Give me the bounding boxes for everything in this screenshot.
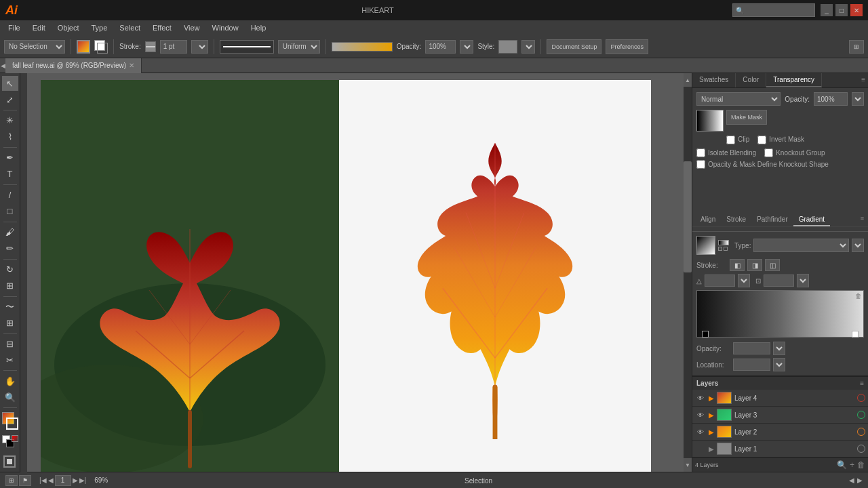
rect-tool-button[interactable]: □ [2, 204, 18, 219]
line-tool-button[interactable]: / [2, 188, 18, 203]
type-tool-button[interactable]: T [2, 167, 18, 182]
minimize-button[interactable]: _ [821, 4, 833, 16]
next-page-btn[interactable]: ▶ [73, 476, 78, 484]
opacity-mask-checkbox[interactable] [696, 160, 705, 169]
stroke-type-select[interactable]: Uniform [278, 40, 320, 54]
menu-type[interactable]: Type [86, 22, 113, 33]
opacity-input[interactable] [425, 40, 456, 54]
panel-options-btn[interactable]: ≡ [859, 73, 868, 87]
lasso-tool-button[interactable]: ⌇ [2, 129, 18, 144]
menu-effect[interactable]: Effect [147, 22, 177, 33]
search-input[interactable] [744, 7, 812, 14]
scroll-thumb[interactable] [684, 161, 692, 272]
tab-scroll-left[interactable]: ◀ [0, 58, 5, 73]
layer-search-btn[interactable]: 🔍 [837, 460, 847, 470]
knockout-group-checkbox[interactable] [764, 148, 773, 157]
left-panel-toggle[interactable]: ◀ [20, 73, 27, 488]
scale-dropdown[interactable]: ▼ [797, 274, 809, 287]
magic-wand-tool-button[interactable]: ✳ [2, 113, 18, 128]
make-mask-button[interactable]: Make Mask [726, 110, 767, 125]
section-options-btn[interactable]: ≡ [859, 214, 865, 226]
layer-4-eye[interactable]: 👁 [695, 392, 706, 403]
stroke-btn-3[interactable]: ◫ [765, 259, 780, 271]
preferences-button[interactable]: Preferences [606, 39, 648, 54]
slice-tool-button[interactable]: ✂ [2, 352, 18, 367]
frame-icon[interactable] [3, 455, 16, 468]
gradient-preview-box[interactable] [696, 236, 715, 255]
status-arrow-left[interactable]: ◀ [849, 476, 854, 484]
maximize-button[interactable]: □ [835, 4, 848, 16]
opacity-panel-input[interactable] [814, 92, 848, 106]
gradient-swap-icon[interactable] [718, 240, 729, 251]
stroke-btn-2[interactable]: ◨ [747, 259, 762, 271]
menu-select[interactable]: Select [114, 22, 146, 33]
gradient-stop-right[interactable] [852, 331, 859, 338]
opacity-panel-dropdown[interactable]: ▼ [852, 92, 864, 106]
fill-color-box[interactable] [77, 40, 90, 54]
gradient-location-dropdown[interactable]: ▼ [773, 358, 785, 371]
stroke-tab[interactable]: Stroke [721, 214, 751, 226]
layer-1-row[interactable]: 👁 ▶ Layer 1 [692, 441, 868, 458]
layer-1-eye[interactable]: 👁 [695, 443, 706, 454]
layers-options-btn[interactable]: ≡ [860, 380, 864, 387]
selection-tool-button[interactable]: ↖ [2, 76, 18, 91]
zoom-tool-button[interactable]: 🔍 [2, 390, 18, 405]
rotate-tool-button[interactable]: ↻ [2, 262, 18, 277]
scale-input[interactable] [764, 274, 794, 287]
angle-dropdown[interactable]: ▼ [738, 274, 750, 287]
menu-window[interactable]: Window [207, 22, 244, 33]
close-button[interactable]: ✕ [850, 4, 863, 16]
menu-edit[interactable]: Edit [27, 22, 51, 33]
last-page-btn[interactable]: ▶| [79, 476, 87, 484]
gradient-preview-bar[interactable]: 🗑 [696, 290, 864, 338]
menu-help[interactable]: Help [245, 22, 272, 33]
color-tab[interactable]: Color [736, 73, 766, 87]
artboard-btn[interactable]: ⊞ [5, 475, 18, 486]
transparency-tab[interactable]: Transparency [766, 73, 822, 87]
vertical-scrollbar[interactable]: ▲ ▼ [684, 73, 692, 472]
gradient-stop-left[interactable] [702, 331, 709, 338]
swatches-tab[interactable]: Swatches [692, 73, 736, 87]
invert-mask-checkbox[interactable] [757, 136, 766, 144]
status-arrow-right[interactable]: ▶ [857, 476, 863, 484]
stroke-color[interactable] [6, 418, 18, 430]
menu-view[interactable]: View [178, 22, 205, 33]
scroll-down-button[interactable]: ▼ [684, 458, 692, 472]
scroll-track[interactable] [684, 87, 692, 458]
layer-3-eye[interactable]: 👁 [695, 409, 706, 420]
layer-2-eye[interactable]: 👁 [695, 426, 706, 437]
layer-add-btn[interactable]: + [850, 460, 854, 470]
prev-page-btn[interactable]: ◀ [48, 476, 54, 484]
tab-fall-leaf[interactable]: fall leaf new.ai @ 69% (RGB/Preview) ✕ [5, 58, 142, 73]
menu-object[interactable]: Object [52, 22, 85, 33]
layer-3-expand[interactable]: ▶ [709, 411, 714, 419]
layer-1-expand[interactable]: ▶ [709, 445, 714, 453]
layer-2-expand[interactable]: ▶ [709, 428, 714, 436]
stroke-btn-1[interactable]: ◧ [730, 259, 745, 271]
stroke-icon[interactable] [145, 41, 156, 52]
artboard-tool-button[interactable]: ⊟ [2, 336, 18, 351]
layer-delete-btn[interactable]: 🗑 [857, 460, 865, 470]
layer-2-row[interactable]: 👁 ▶ Layer 2 [692, 424, 868, 441]
pen-tool-button[interactable]: ✒ [2, 150, 18, 165]
stroke-color-box[interactable] [94, 40, 108, 54]
angle-input[interactable] [705, 274, 735, 287]
graph-tool-button[interactable]: ⊞ [2, 316, 18, 331]
status-icon-btn[interactable]: ⚑ [19, 475, 31, 486]
direct-selection-tool-button[interactable]: ⤢ [2, 92, 18, 107]
arrange-button[interactable]: ⊞ [849, 40, 864, 54]
fill-stroke-colors[interactable] [1, 412, 20, 430]
tab-close-button[interactable]: ✕ [129, 62, 134, 69]
gradient-tab[interactable]: Gradient [793, 214, 830, 226]
gradient-opacity-input[interactable] [733, 342, 770, 354]
selection-dropdown[interactable]: No Selection [4, 40, 65, 54]
layer-3-row[interactable]: 👁 ▶ Layer 3 [692, 407, 868, 424]
align-tab[interactable]: Align [695, 214, 721, 226]
blend-mode-select[interactable]: Normal [696, 92, 781, 106]
first-page-btn[interactable]: |◀ [39, 476, 47, 484]
gradient-location-input[interactable] [733, 359, 770, 371]
menu-file[interactable]: File [3, 22, 26, 33]
opacity-dropdown[interactable]: ▼ [460, 40, 473, 54]
gradient-type-dropdown[interactable]: ▼ [852, 239, 864, 252]
layer-4-row[interactable]: 👁 ▶ Layer 4 [692, 390, 868, 407]
